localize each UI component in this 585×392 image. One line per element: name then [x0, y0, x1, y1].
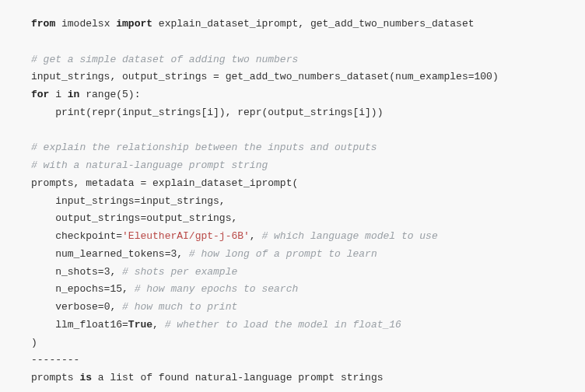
- text: range(: [79, 89, 122, 100]
- code-line: --------: [31, 352, 554, 369]
- text: n_epochs=: [31, 283, 110, 295]
- text: --------: [31, 354, 79, 366]
- text: ): [31, 337, 37, 348]
- boolean: True: [128, 319, 152, 331]
- text: prompts, metadata = explain_dataset_ipro…: [31, 177, 298, 189]
- text: verbose=: [31, 301, 104, 313]
- code-line: verbose=0, # how much to print: [31, 299, 554, 317]
- keyword-from: from: [31, 18, 55, 30]
- number: 15: [110, 283, 122, 295]
- text: num_learned_tokens=: [31, 248, 170, 260]
- code-line: input_strings, output_strings = get_add_…: [31, 68, 554, 86]
- code-line: prompts is a list of found natural-langu…: [31, 369, 554, 387]
- comment: # how long of a prompt to learn: [189, 248, 377, 260]
- text: ): [492, 71, 499, 82]
- text: i: [49, 89, 67, 100]
- text: imodelsx: [55, 18, 116, 30]
- text: output_strings=output_strings,: [31, 212, 237, 224]
- code-line: # with a natural-language prompt string: [31, 157, 554, 175]
- code-line: n_epochs=15, # how many epochs to search: [31, 281, 554, 299]
- number: 100: [475, 71, 492, 82]
- text: a list of found natural-language prompt …: [92, 372, 383, 383]
- comment: # how much to print: [122, 301, 237, 313]
- text: n_shots=: [31, 266, 104, 278]
- code-line: n_shots=3, # shots per example: [31, 264, 554, 282]
- comment: # get a simple dataset of adding two num…: [31, 54, 298, 65]
- keyword-for: for: [31, 89, 49, 100]
- keyword-in: in: [68, 89, 80, 100]
- text: ):: [128, 89, 141, 100]
- code-line: [31, 122, 554, 140]
- code-line: print(repr(input_strings[i]), repr(outpu…: [31, 104, 554, 122]
- text: input_strings=input_strings,: [31, 195, 226, 207]
- text: ,: [122, 283, 135, 295]
- text: ,: [152, 319, 165, 331]
- number: 5: [122, 89, 128, 100]
- code-line: llm_float16=True, # whether to load the …: [31, 317, 554, 334]
- code-line: output_strings=output_strings,: [31, 210, 554, 228]
- code-line: [31, 33, 554, 51]
- text: llm_float16=: [31, 319, 128, 331]
- code-line: checkpoint='EleutherAI/gpt-j-6B', # whic…: [31, 228, 554, 246]
- keyword-is: is: [79, 372, 92, 383]
- text: ,: [250, 230, 262, 242]
- code-line: # get a simple dataset of adding two num…: [31, 51, 554, 69]
- code-line: prompts, metadata = explain_dataset_ipro…: [31, 175, 554, 193]
- text: ,: [110, 266, 122, 278]
- comment: # explain the relationship between the i…: [31, 142, 377, 153]
- comment: # whether to load the model in float_16: [165, 319, 401, 331]
- comment: # with a natural-language prompt string: [31, 159, 268, 171]
- text: ,: [110, 301, 122, 313]
- code-line: ): [31, 334, 554, 352]
- text: ,: [177, 248, 189, 260]
- text: input_strings, output_strings = get_add_…: [31, 71, 475, 82]
- code-line: from imodelsx import explain_dataset_ipr…: [31, 16, 554, 33]
- text: explain_dataset_iprompt, get_add_two_num…: [152, 18, 474, 30]
- code-line: num_learned_tokens=3, # how long of a pr…: [31, 246, 554, 264]
- comment: # which language model to use: [261, 230, 437, 242]
- string: 'EleutherAI/gpt-j-6B': [122, 230, 250, 242]
- code-line: input_strings=input_strings,: [31, 193, 554, 211]
- text: prompts: [31, 372, 79, 383]
- comment: # how many epochs to search: [135, 283, 299, 295]
- code-line: for i in range(5):: [31, 86, 554, 104]
- code-line: # explain the relationship between the i…: [31, 139, 554, 157]
- text: print(repr(input_strings[i]), repr(outpu…: [31, 107, 383, 118]
- text: checkpoint=: [31, 230, 122, 242]
- code-block: from imodelsx import explain_dataset_ipr…: [31, 16, 554, 387]
- keyword-import: import: [116, 18, 152, 30]
- comment: # shots per example: [122, 266, 237, 278]
